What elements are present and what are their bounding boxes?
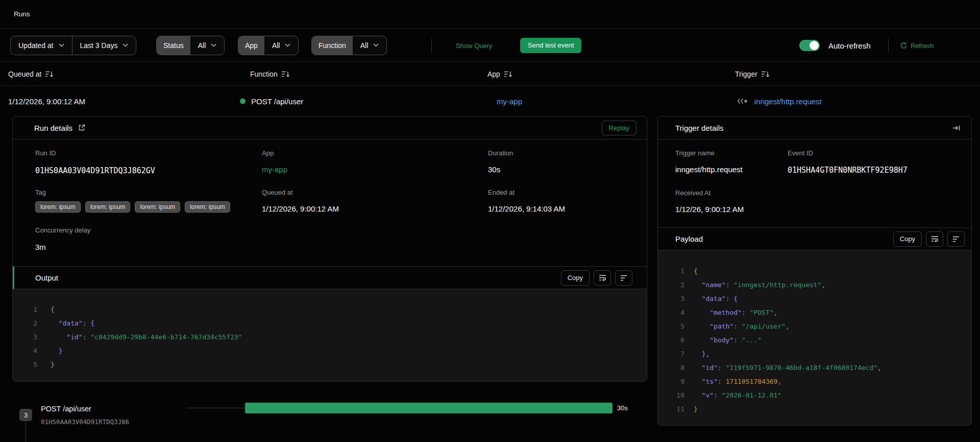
- row-trigger-link[interactable]: inngest/http.request: [754, 97, 822, 106]
- show-query-link[interactable]: Show Query: [456, 41, 493, 49]
- status-filter-value: All: [198, 41, 206, 50]
- tag-chip: lorem: ipsum: [135, 201, 180, 213]
- code-line: 5 "path": "/api/user",: [658, 319, 971, 333]
- output-title: Output: [35, 273, 58, 282]
- app-label: App: [262, 149, 274, 157]
- row-app-link[interactable]: my-app: [497, 97, 522, 106]
- payload-title: Payload: [675, 235, 703, 243]
- run-id-label: Run ID: [35, 149, 56, 157]
- trigger-details-header: Trigger details: [658, 117, 971, 139]
- tag-label: Tag: [35, 189, 46, 196]
- received-at-value: 1/12/26, 9:00:12 AM: [675, 205, 744, 214]
- runs-table-row[interactable]: 1/12/2026, 9:00:12 AM POST /api/user my-…: [0, 86, 980, 116]
- code-line: 4 "method": "POST",: [658, 306, 971, 319]
- column-label: Trigger: [735, 70, 757, 78]
- page-title: Runs: [14, 10, 30, 18]
- run-id-value: 01HS0AA03V04D91RTDQ3J862GV: [35, 166, 155, 175]
- sort-field-dropdown[interactable]: Updated at: [11, 36, 72, 55]
- sort-icon: [45, 71, 54, 78]
- chevron-down-icon: [122, 43, 128, 47]
- open-external-icon[interactable]: [78, 124, 85, 131]
- time-range-dropdown[interactable]: Last 3 Days: [72, 36, 136, 55]
- timeline-duration-label: 30s: [617, 404, 628, 412]
- event-id-label: Event ID: [788, 149, 813, 157]
- chevron-down-icon: [285, 43, 290, 47]
- code-line: 3 "data": {: [658, 292, 971, 306]
- tag-chip: lorem: ipsum: [185, 201, 230, 213]
- refresh-button[interactable]: Refresh: [900, 41, 934, 49]
- trigger-name-value: inngest/http.request: [675, 165, 743, 174]
- copy-output-button[interactable]: Copy: [561, 270, 590, 286]
- copy-payload-button[interactable]: Copy: [893, 231, 922, 247]
- function-filter[interactable]: Function All: [311, 36, 387, 55]
- word-wrap-icon[interactable]: [594, 270, 611, 286]
- status-filter-dropdown[interactable]: All: [190, 36, 225, 55]
- sort-time-filter: Updated at Last 3 Days: [10, 36, 136, 55]
- queued-at-label: Queued at: [262, 189, 293, 196]
- function-filter-value: All: [360, 41, 369, 50]
- code-line: 1{: [13, 303, 647, 316]
- time-range-value: Last 3 Days: [80, 41, 118, 50]
- align-lines-icon[interactable]: [947, 231, 965, 247]
- column-header-function[interactable]: Function: [250, 70, 290, 78]
- app-filter[interactable]: App All: [238, 36, 299, 55]
- sort-icon: [761, 71, 770, 78]
- duration-label: Duration: [488, 149, 513, 157]
- chevron-down-icon: [59, 43, 64, 47]
- send-test-event-button[interactable]: Send test event: [520, 38, 581, 53]
- code-line: 1{: [658, 264, 971, 278]
- tag-chip: lorem: ipsum: [35, 201, 81, 213]
- run-details-title: Run details: [34, 124, 72, 132]
- column-header-app[interactable]: App: [487, 70, 512, 78]
- received-at-label: Received At: [675, 189, 710, 197]
- status-filter-label: Status: [157, 36, 190, 55]
- column-header-queued-at[interactable]: Queued at: [8, 70, 54, 78]
- chevron-down-icon: [211, 43, 216, 47]
- app-filter-dropdown[interactable]: All: [264, 36, 299, 55]
- tag-chip: lorem: ipsum: [85, 201, 131, 213]
- code-line: 8 "id": "119f5971-9878-46bd-a18f-4f06801…: [658, 361, 971, 375]
- output-actions: Copy: [561, 270, 632, 286]
- code-line: 6 "body": "...": [658, 333, 971, 347]
- payload-code: 1{2 "name": "inngest/http.request",3 "da…: [658, 250, 971, 425]
- event-trigger-icon: [737, 98, 749, 105]
- output-code: 1{2 "data": {3 "id": "c8429dd9-29b8-44e6…: [13, 289, 647, 381]
- code-line: 4 }: [13, 344, 647, 358]
- timeline-connector-line: [26, 421, 26, 442]
- queued-at-value: 1/12/2026, 9:00:12 AM: [262, 204, 339, 213]
- concurrency-delay-label: Concurrency delay: [35, 226, 90, 234]
- app-link[interactable]: my-app: [262, 165, 287, 174]
- app-filter-label: App: [238, 36, 264, 55]
- function-filter-dropdown[interactable]: All: [353, 36, 387, 55]
- trigger-details-title: Trigger details: [675, 124, 723, 132]
- ended-at-value: 1/12/2026, 9:14:03 AM: [488, 204, 565, 213]
- code-line: 7 },: [658, 347, 971, 361]
- chevron-down-icon: [373, 43, 379, 47]
- ended-at-label: Ended at: [488, 189, 514, 196]
- replay-button[interactable]: Replay: [602, 121, 636, 135]
- trigger-details-panel: Trigger details Trigger name inngest/htt…: [657, 116, 972, 426]
- code-line: 5}: [13, 358, 647, 371]
- code-line: 2 "data": {: [13, 316, 647, 330]
- code-line: 3 "id": "c8429dd9-29b8-44e6-b714-767d34c…: [13, 330, 647, 344]
- sort-icon: [504, 71, 512, 78]
- column-label: App: [487, 70, 500, 78]
- code-line: 2 "name": "inngest/http.request",: [658, 278, 971, 292]
- output-section-header: Output Copy: [13, 266, 647, 289]
- event-id-value: 01HSHA4GT0FN0NRBKTF92E98H7: [788, 166, 908, 175]
- status-filter[interactable]: Status All: [156, 36, 225, 55]
- divider: [888, 39, 889, 52]
- collapse-panel-icon[interactable]: [952, 125, 960, 131]
- payload-section-header: Payload Copy: [658, 227, 971, 250]
- tag-chips: lorem: ipsumlorem: ipsumlorem: ipsumlore…: [35, 201, 230, 213]
- trigger-name-label: Trigger name: [675, 149, 715, 157]
- status-dot-icon: [240, 99, 246, 104]
- code-line: 9 "ts": 1711051784369,: [658, 375, 971, 388]
- word-wrap-icon[interactable]: [926, 231, 943, 247]
- refresh-label: Refresh: [911, 41, 934, 49]
- timeline-duration-bar[interactable]: [245, 403, 612, 413]
- align-lines-icon[interactable]: [615, 270, 632, 286]
- column-header-trigger[interactable]: Trigger: [735, 70, 770, 78]
- auto-refresh-toggle[interactable]: [799, 40, 820, 51]
- column-label: Queued at: [8, 70, 41, 78]
